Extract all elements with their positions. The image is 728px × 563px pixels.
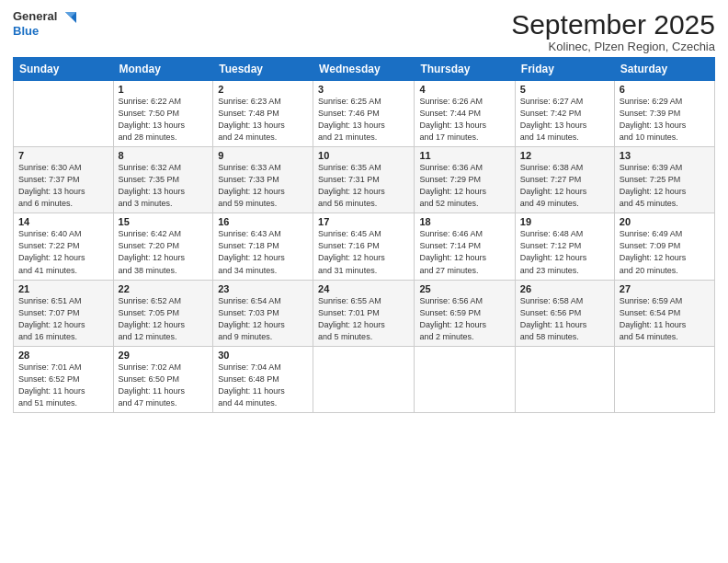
day-number: 12 <box>520 150 609 161</box>
weekday-header-saturday: Saturday <box>614 58 714 81</box>
day-number: 8 <box>119 150 209 161</box>
month-title: September 2025 <box>511 9 715 40</box>
calendar-cell: 6Sunrise: 6:29 AMSunset: 7:39 PMDaylight… <box>614 81 714 147</box>
day-number: 30 <box>218 350 308 361</box>
day-number: 22 <box>119 283 209 294</box>
day-info: Sunrise: 7:02 AMSunset: 6:50 PMDaylight:… <box>119 362 209 409</box>
day-info: Sunrise: 6:32 AMSunset: 7:35 PMDaylight:… <box>119 162 209 210</box>
day-info: Sunrise: 6:59 AMSunset: 6:54 PMDaylight:… <box>620 295 710 343</box>
calendar-cell: 25Sunrise: 6:56 AMSunset: 6:59 PMDayligh… <box>415 280 515 346</box>
calendar-cell: 19Sunrise: 6:48 AMSunset: 7:12 PMDayligh… <box>515 213 614 280</box>
calendar-cell <box>614 346 714 412</box>
calendar-cell: 20Sunrise: 6:49 AMSunset: 7:09 PMDayligh… <box>614 213 714 280</box>
day-info: Sunrise: 6:48 AMSunset: 7:12 PMDaylight:… <box>520 228 609 276</box>
day-info: Sunrise: 6:22 AMSunset: 7:50 PMDaylight:… <box>119 96 209 144</box>
day-number: 23 <box>218 283 308 294</box>
day-number: 2 <box>218 84 308 95</box>
day-info: Sunrise: 6:56 AMSunset: 6:59 PMDaylight:… <box>419 295 509 343</box>
day-info: Sunrise: 6:30 AMSunset: 7:37 PMDaylight:… <box>18 162 108 210</box>
day-number: 9 <box>218 150 308 161</box>
day-number: 14 <box>18 216 108 227</box>
logo: General Blue <box>13 9 76 38</box>
day-info: Sunrise: 6:29 AMSunset: 7:39 PMDaylight:… <box>620 96 710 144</box>
day-info: Sunrise: 6:55 AMSunset: 7:01 PMDaylight:… <box>318 295 409 343</box>
calendar-cell: 26Sunrise: 6:58 AMSunset: 6:56 PMDayligh… <box>515 280 614 346</box>
location-subtitle: Kolinec, Plzen Region, Czechia <box>511 40 715 53</box>
day-number: 24 <box>318 283 409 294</box>
calendar-cell: 22Sunrise: 6:52 AMSunset: 7:05 PMDayligh… <box>113 280 213 346</box>
calendar-cell: 11Sunrise: 6:36 AMSunset: 7:29 PMDayligh… <box>415 147 515 213</box>
day-number: 16 <box>218 216 308 227</box>
day-info: Sunrise: 6:26 AMSunset: 7:44 PMDaylight:… <box>419 96 509 144</box>
calendar-cell: 30Sunrise: 7:04 AMSunset: 6:48 PMDayligh… <box>213 346 313 412</box>
day-number: 11 <box>419 150 509 161</box>
calendar-cell: 9Sunrise: 6:33 AMSunset: 7:33 PMDaylight… <box>213 147 313 213</box>
day-number: 10 <box>318 150 409 161</box>
day-info: Sunrise: 6:25 AMSunset: 7:46 PMDaylight:… <box>318 96 409 144</box>
day-info: Sunrise: 7:04 AMSunset: 6:48 PMDaylight:… <box>218 362 308 409</box>
day-number: 5 <box>520 84 609 95</box>
day-number: 6 <box>620 84 710 95</box>
calendar-cell: 24Sunrise: 6:55 AMSunset: 7:01 PMDayligh… <box>313 280 415 346</box>
day-number: 26 <box>520 283 609 294</box>
day-number: 29 <box>119 350 209 361</box>
calendar-cell: 8Sunrise: 6:32 AMSunset: 7:35 PMDaylight… <box>113 147 213 213</box>
day-info: Sunrise: 6:46 AMSunset: 7:14 PMDaylight:… <box>419 228 509 276</box>
day-info: Sunrise: 7:01 AMSunset: 6:52 PMDaylight:… <box>18 362 108 409</box>
day-number: 3 <box>318 84 409 95</box>
calendar-cell: 29Sunrise: 7:02 AMSunset: 6:50 PMDayligh… <box>113 346 213 412</box>
day-info: Sunrise: 6:36 AMSunset: 7:29 PMDaylight:… <box>419 162 509 210</box>
weekday-header-tuesday: Tuesday <box>213 58 313 81</box>
day-number: 18 <box>419 216 509 227</box>
day-number: 7 <box>18 150 108 161</box>
day-info: Sunrise: 6:58 AMSunset: 6:56 PMDaylight:… <box>520 295 609 343</box>
day-info: Sunrise: 6:51 AMSunset: 7:07 PMDaylight:… <box>18 295 108 343</box>
calendar-cell: 21Sunrise: 6:51 AMSunset: 7:07 PMDayligh… <box>14 280 114 346</box>
calendar-cell: 23Sunrise: 6:54 AMSunset: 7:03 PMDayligh… <box>213 280 313 346</box>
day-info: Sunrise: 6:38 AMSunset: 7:27 PMDaylight:… <box>520 162 609 210</box>
day-number: 19 <box>520 216 609 227</box>
day-info: Sunrise: 6:49 AMSunset: 7:09 PMDaylight:… <box>620 228 710 276</box>
day-info: Sunrise: 6:39 AMSunset: 7:25 PMDaylight:… <box>620 162 710 210</box>
day-number: 25 <box>419 283 509 294</box>
calendar-cell: 27Sunrise: 6:59 AMSunset: 6:54 PMDayligh… <box>614 280 714 346</box>
calendar-cell: 18Sunrise: 6:46 AMSunset: 7:14 PMDayligh… <box>415 213 515 280</box>
weekday-header-sunday: Sunday <box>14 58 114 81</box>
calendar-cell: 1Sunrise: 6:22 AMSunset: 7:50 PMDaylight… <box>113 81 213 147</box>
day-info: Sunrise: 6:40 AMSunset: 7:22 PMDaylight:… <box>18 228 108 276</box>
calendar-cell <box>415 346 515 412</box>
calendar-cell: 17Sunrise: 6:45 AMSunset: 7:16 PMDayligh… <box>313 213 415 280</box>
day-number: 13 <box>620 150 710 161</box>
day-info: Sunrise: 6:35 AMSunset: 7:31 PMDaylight:… <box>318 162 409 210</box>
weekday-header-thursday: Thursday <box>415 58 515 81</box>
calendar-cell: 13Sunrise: 6:39 AMSunset: 7:25 PMDayligh… <box>614 147 714 213</box>
day-info: Sunrise: 6:43 AMSunset: 7:18 PMDaylight:… <box>218 228 308 276</box>
day-number: 15 <box>119 216 209 227</box>
day-info: Sunrise: 6:27 AMSunset: 7:42 PMDaylight:… <box>520 96 609 144</box>
calendar-cell: 5Sunrise: 6:27 AMSunset: 7:42 PMDaylight… <box>515 81 614 147</box>
calendar-cell: 2Sunrise: 6:23 AMSunset: 7:48 PMDaylight… <box>213 81 313 147</box>
day-info: Sunrise: 6:45 AMSunset: 7:16 PMDaylight:… <box>318 228 409 276</box>
title-block: September 2025 Kolinec, Plzen Region, Cz… <box>511 9 715 53</box>
calendar-table: SundayMondayTuesdayWednesdayThursdayFrid… <box>13 57 715 413</box>
calendar-cell <box>14 81 114 147</box>
day-number: 17 <box>318 216 409 227</box>
weekday-header-wednesday: Wednesday <box>313 58 415 81</box>
day-number: 1 <box>119 84 209 95</box>
day-info: Sunrise: 6:33 AMSunset: 7:33 PMDaylight:… <box>218 162 308 210</box>
calendar-cell: 14Sunrise: 6:40 AMSunset: 7:22 PMDayligh… <box>14 213 114 280</box>
weekday-header-monday: Monday <box>113 58 213 81</box>
weekday-header-friday: Friday <box>515 58 614 81</box>
day-info: Sunrise: 6:54 AMSunset: 7:03 PMDaylight:… <box>218 295 308 343</box>
calendar-cell: 10Sunrise: 6:35 AMSunset: 7:31 PMDayligh… <box>313 147 415 213</box>
calendar-cell <box>313 346 415 412</box>
calendar-cell: 28Sunrise: 7:01 AMSunset: 6:52 PMDayligh… <box>14 346 114 412</box>
calendar-cell: 7Sunrise: 6:30 AMSunset: 7:37 PMDaylight… <box>14 147 114 213</box>
calendar-cell: 15Sunrise: 6:42 AMSunset: 7:20 PMDayligh… <box>113 213 213 280</box>
calendar-cell <box>515 346 614 412</box>
day-number: 4 <box>419 84 509 95</box>
calendar-cell: 16Sunrise: 6:43 AMSunset: 7:18 PMDayligh… <box>213 213 313 280</box>
calendar-cell: 12Sunrise: 6:38 AMSunset: 7:27 PMDayligh… <box>515 147 614 213</box>
calendar-cell: 3Sunrise: 6:25 AMSunset: 7:46 PMDaylight… <box>313 81 415 147</box>
day-info: Sunrise: 6:52 AMSunset: 7:05 PMDaylight:… <box>119 295 209 343</box>
